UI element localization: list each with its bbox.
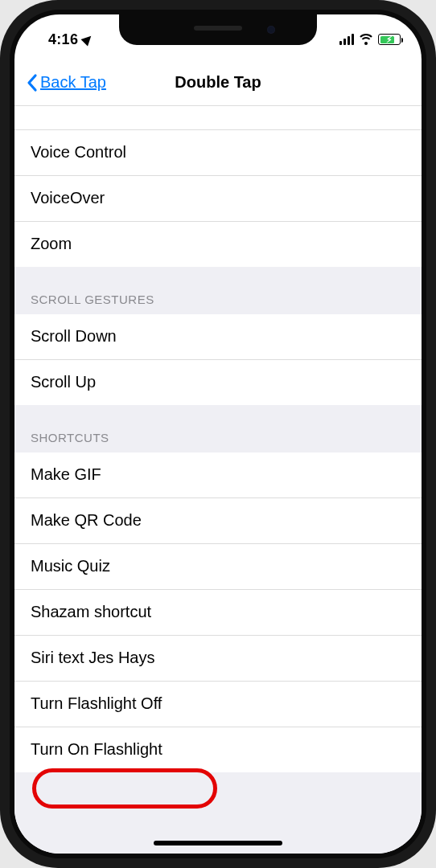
row-make-gif[interactable]: Make GIF <box>14 452 422 498</box>
partial-previous-row[interactable] <box>14 106 422 130</box>
group-accessibility: Voice Control VoiceOver Zoom <box>14 130 422 267</box>
wifi-icon <box>359 34 373 45</box>
page-title: Double Tap <box>175 73 261 92</box>
section-header-scroll-gestures: SCROLL GESTURES <box>14 267 422 314</box>
section-header-shortcuts: SHORTCUTS <box>14 405 422 452</box>
back-button[interactable]: Back Tap <box>26 73 106 92</box>
front-camera <box>267 26 275 34</box>
row-voice-control[interactable]: Voice Control <box>14 130 422 176</box>
row-siri-text-jes-hays[interactable]: Siri text Jes Hays <box>14 636 422 682</box>
battery-charging-icon: ⚡︎ <box>378 34 401 45</box>
row-label: Music Quiz <box>31 557 110 575</box>
row-label: Turn Flashlight Off <box>31 694 162 712</box>
home-indicator[interactable] <box>154 841 282 845</box>
row-voiceover[interactable]: VoiceOver <box>14 176 422 222</box>
back-label: Back Tap <box>40 73 106 92</box>
row-label: Zoom <box>31 235 72 252</box>
group-shortcuts: Make GIF Make QR Code Music Quiz Shazam … <box>14 452 422 772</box>
row-label: Shazam shortcut <box>31 603 151 620</box>
row-label: Siri text Jes Hays <box>31 649 154 666</box>
row-label: Make QR Code <box>31 511 142 529</box>
group-scroll-gestures: Scroll Down Scroll Up <box>14 314 422 405</box>
row-turn-flashlight-off[interactable]: Turn Flashlight Off <box>14 682 422 727</box>
row-label: Voice Control <box>31 143 126 161</box>
row-make-qr-code[interactable]: Make QR Code <box>14 498 422 544</box>
row-shazam-shortcut[interactable]: Shazam shortcut <box>14 590 422 636</box>
row-label: Scroll Up <box>31 373 96 391</box>
row-label: Make GIF <box>31 465 101 483</box>
row-zoom[interactable]: Zoom <box>14 222 422 267</box>
phone-frame: 4:16 ⚡︎ Back <box>0 0 436 868</box>
row-label: VoiceOver <box>31 189 105 207</box>
settings-list[interactable]: Voice Control VoiceOver Zoom SCROLL GEST… <box>14 106 422 854</box>
row-turn-on-flashlight[interactable]: Turn On Flashlight <box>14 727 422 772</box>
row-scroll-up[interactable]: Scroll Up <box>14 360 422 405</box>
cellular-signal-icon <box>339 34 354 45</box>
row-scroll-down[interactable]: Scroll Down <box>14 314 422 360</box>
screen: 4:16 ⚡︎ Back <box>14 14 422 854</box>
row-music-quiz[interactable]: Music Quiz <box>14 544 422 590</box>
row-label: Turn On Flashlight <box>31 740 162 758</box>
chevron-left-icon <box>26 73 39 92</box>
location-icon <box>81 33 95 47</box>
row-label: Scroll Down <box>31 327 117 345</box>
bottom-spacer <box>14 772 422 808</box>
notch <box>119 14 317 45</box>
status-time: 4:16 <box>48 31 93 48</box>
nav-bar: Back Tap Double Tap <box>14 59 422 106</box>
